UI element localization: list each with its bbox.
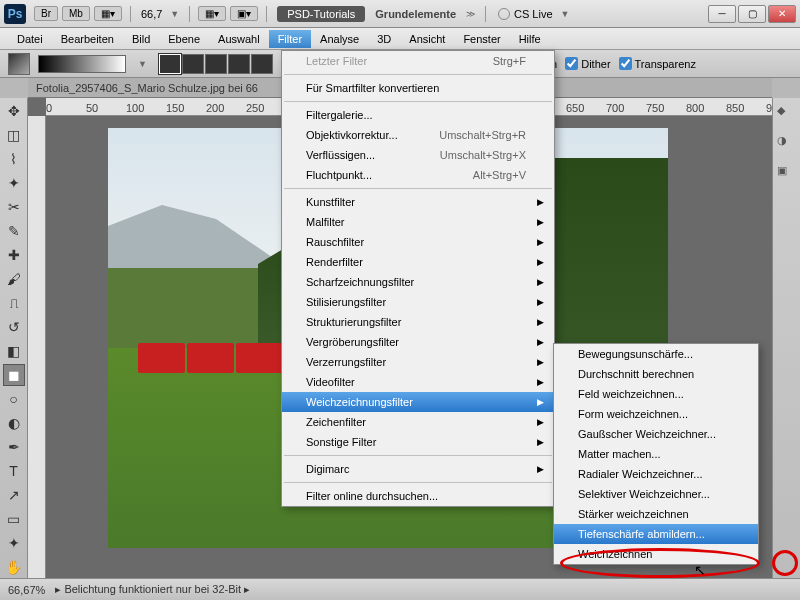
gradient-tool[interactable]: ◼ (3, 364, 25, 386)
submenu-item[interactable]: Form weichzeichnen... (554, 404, 758, 424)
gradient-preview[interactable] (38, 55, 126, 73)
hand-tool[interactable]: ✋ (3, 556, 25, 578)
filter-item[interactable]: Weichzeichnungsfilter▶ (282, 392, 554, 412)
dither-checkbox[interactable]: Dither (565, 57, 610, 70)
ruler-vertical (28, 116, 46, 578)
adjustments-icon[interactable]: ◑ (777, 134, 797, 154)
breadcrumb[interactable]: Grundelemente (375, 8, 456, 20)
crop-tool[interactable]: ✂ (3, 196, 25, 218)
lasso-tool[interactable]: ⌇ (3, 148, 25, 170)
minimize-button[interactable]: ─ (708, 5, 736, 23)
gradient-diamond[interactable] (251, 54, 273, 74)
swatches-icon[interactable]: ◆ (777, 104, 797, 124)
filter-item[interactable]: Fluchtpunkt...Alt+Strg+V (282, 165, 554, 185)
filter-item[interactable]: Vergröberungsfilter▶ (282, 332, 554, 352)
view-button[interactable]: ▦▾ (94, 6, 122, 21)
menu-analyse[interactable]: Analyse (311, 30, 368, 48)
filter-menu-dropdown: Letzter FilterStrg+FFür Smartfilter konv… (281, 50, 555, 507)
screenmode-button[interactable]: ▣▾ (230, 6, 258, 21)
menu-bild[interactable]: Bild (123, 30, 159, 48)
zoom-level[interactable]: 66,7 (141, 8, 162, 20)
pen-tool[interactable]: ✒ (3, 436, 25, 458)
bridge-button[interactable]: Br (34, 6, 58, 21)
filter-item[interactable]: Malfilter▶ (282, 212, 554, 232)
filter-item[interactable]: Stilisierungsfilter▶ (282, 292, 554, 312)
filter-item[interactable]: Filtergalerie... (282, 105, 554, 125)
minibridge-button[interactable]: Mb (62, 6, 90, 21)
filter-item[interactable]: Rauschfilter▶ (282, 232, 554, 252)
blur-submenu: Bewegungsunschärfe...Durchschnitt berech… (553, 343, 759, 565)
submenu-item[interactable]: Matter machen... (554, 444, 758, 464)
cslive-button[interactable]: CS Live▼ (498, 8, 573, 20)
submenu-item[interactable]: Radialer Weichzeichner... (554, 464, 758, 484)
gradient-linear[interactable] (159, 54, 181, 74)
filter-item[interactable]: Letzter FilterStrg+F (282, 51, 554, 71)
menu-ebene[interactable]: Ebene (159, 30, 209, 48)
status-message: ▸ Belichtung funktioniert nur bei 32-Bit… (55, 583, 250, 596)
type-tool[interactable]: T (3, 460, 25, 482)
close-button[interactable]: ✕ (768, 5, 796, 23)
menu-fenster[interactable]: Fenster (454, 30, 509, 48)
brush-tool[interactable]: 🖌 (3, 268, 25, 290)
submenu-item[interactable]: Feld weichzeichnen... (554, 384, 758, 404)
filter-item[interactable]: Zeichenfilter▶ (282, 412, 554, 432)
filter-item[interactable]: Verzerrungsfilter▶ (282, 352, 554, 372)
workspace-pill[interactable]: PSD-Tutorials (277, 6, 365, 22)
blur-tool[interactable]: ○ (3, 388, 25, 410)
path-tool[interactable]: ↗ (3, 484, 25, 506)
chevron-double-right-icon[interactable]: ≫ (466, 9, 475, 19)
filter-item[interactable]: Objektivkorrektur...Umschalt+Strg+R (282, 125, 554, 145)
chevron-down-icon[interactable]: ▼ (170, 9, 179, 19)
eyedropper-tool[interactable]: ✎ (3, 220, 25, 242)
filter-item[interactable]: Scharfzeichnungsfilter▶ (282, 272, 554, 292)
submenu-item[interactable]: Gaußscher Weichzeichner... (554, 424, 758, 444)
filter-item[interactable]: Digimarc▶ (282, 459, 554, 479)
filter-item[interactable]: Kunstfilter▶ (282, 192, 554, 212)
gradient-radial[interactable] (182, 54, 204, 74)
filter-item[interactable]: Strukturierungsfilter▶ (282, 312, 554, 332)
transparency-checkbox[interactable]: Transparenz (619, 57, 696, 70)
heal-tool[interactable]: ✚ (3, 244, 25, 266)
dodge-tool[interactable]: ◐ (3, 412, 25, 434)
maximize-button[interactable]: ▢ (738, 5, 766, 23)
gradient-angle[interactable] (205, 54, 227, 74)
photoshop-icon: Ps (4, 4, 26, 24)
menu-filter[interactable]: Filter (269, 30, 311, 48)
submenu-item[interactable]: Stärker weichzeichnen (554, 504, 758, 524)
shape-tool[interactable]: ▭ (3, 508, 25, 530)
menu-ansicht[interactable]: Ansicht (400, 30, 454, 48)
filter-item[interactable]: Für Smartfilter konvertieren (282, 78, 554, 98)
eraser-tool[interactable]: ◧ (3, 340, 25, 362)
menu-3d[interactable]: 3D (368, 30, 400, 48)
stamp-tool[interactable]: ⎍ (3, 292, 25, 314)
3d-tool[interactable]: ✦ (3, 532, 25, 554)
gradient-reflected[interactable] (228, 54, 250, 74)
filter-item[interactable]: Verflüssigen...Umschalt+Strg+X (282, 145, 554, 165)
filter-item[interactable]: Filter online durchsuchen... (282, 486, 554, 506)
menu-datei[interactable]: Datei (8, 30, 52, 48)
menubar: DateiBearbeitenBildEbeneAuswahlFilterAna… (0, 28, 800, 50)
submenu-item[interactable]: Selektiver Weichzeichner... (554, 484, 758, 504)
layers-icon[interactable]: ▣ (777, 164, 797, 184)
submenu-item[interactable]: Durchschnitt berechnen (554, 364, 758, 384)
arrangement-button[interactable]: ▦▾ (198, 6, 226, 21)
filter-item[interactable]: Renderfilter▶ (282, 252, 554, 272)
chevron-down-icon[interactable]: ▼ (138, 59, 147, 69)
titlebar: Ps Br Mb ▦▾ 66,7 ▼ ▦▾ ▣▾ PSD-Tutorials G… (0, 0, 800, 28)
right-panel: ◆ ◑ ▣ (772, 98, 800, 578)
submenu-item[interactable]: Tiefenschärfe abmildern... (554, 524, 758, 544)
menu-hilfe[interactable]: Hilfe (510, 30, 550, 48)
status-zoom[interactable]: 66,67% (8, 584, 45, 596)
toolbox: ✥ ◫ ⌇ ✦ ✂ ✎ ✚ 🖌 ⎍ ↺ ◧ ◼ ○ ◐ ✒ T ↗ ▭ ✦ ✋ (0, 98, 28, 578)
history-brush-tool[interactable]: ↺ (3, 316, 25, 338)
filter-item[interactable]: Videofilter▶ (282, 372, 554, 392)
filter-item[interactable]: Sonstige Filter▶ (282, 432, 554, 452)
move-tool[interactable]: ✥ (3, 100, 25, 122)
wand-tool[interactable]: ✦ (3, 172, 25, 194)
menu-auswahl[interactable]: Auswahl (209, 30, 269, 48)
submenu-item[interactable]: Weichzeichnen (554, 544, 758, 564)
marquee-tool[interactable]: ◫ (3, 124, 25, 146)
submenu-item[interactable]: Bewegungsunschärfe... (554, 344, 758, 364)
gradient-tool-icon[interactable] (8, 53, 30, 75)
menu-bearbeiten[interactable]: Bearbeiten (52, 30, 123, 48)
